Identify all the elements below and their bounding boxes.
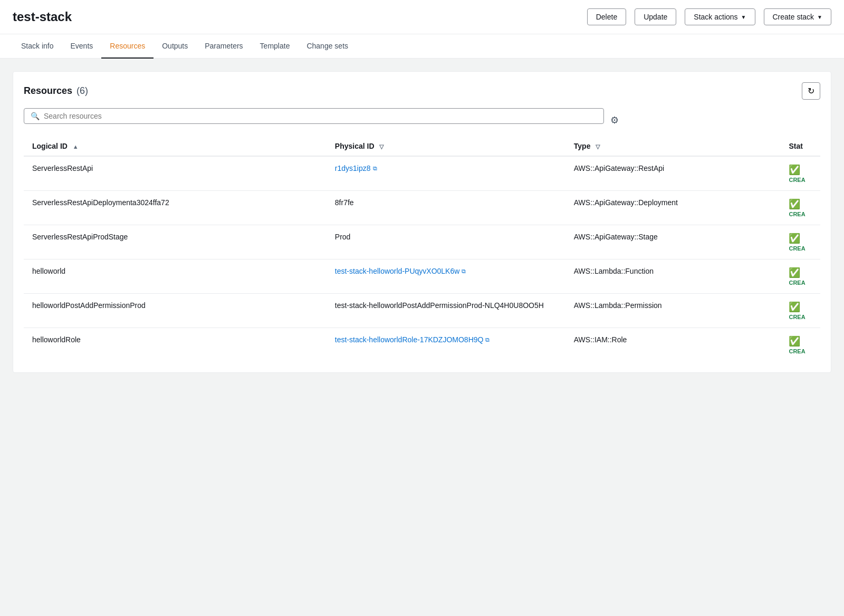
physical-id-cell: Prod — [327, 225, 565, 259]
search-icon: 🔍 — [31, 112, 40, 120]
logical-id-cell: helloworld — [24, 259, 327, 294]
type-cell: AWS::ApiGateway::Deployment — [565, 191, 781, 225]
type-cell: AWS::IAM::Role — [565, 328, 781, 362]
type-cell: AWS::Lambda::Function — [565, 259, 781, 294]
resources-table: Logical ID ▲ Physical ID ▽ Type ▽ Stat — [24, 137, 820, 362]
status-check-icon: ✅ — [789, 335, 800, 347]
table-row: helloworldRoletest-stack-helloworldRole-… — [24, 328, 820, 362]
status-check-icon: ✅ — [789, 233, 800, 244]
physical-id-cell: r1dys1ipz8⧉ — [327, 156, 565, 191]
status-cell: ✅ CREA — [780, 191, 820, 225]
table-header-row: Logical ID ▲ Physical ID ▽ Type ▽ Stat — [24, 137, 820, 156]
delete-button[interactable]: Delete — [587, 8, 626, 25]
type-cell: AWS::ApiGateway::Stage — [565, 225, 781, 259]
logical-id-cell: helloworldRole — [24, 328, 327, 362]
status-check-icon: ✅ — [789, 164, 800, 176]
sort-asc-icon: ▲ — [73, 143, 79, 150]
col-header-type[interactable]: Type ▽ — [565, 137, 781, 156]
status-label: CREA — [789, 245, 805, 252]
status-cell: ✅ CREA — [780, 225, 820, 259]
tab-events[interactable]: Events — [62, 34, 101, 59]
physical-id-cell: test-stack-helloworldPostAddPermissionPr… — [327, 294, 565, 328]
tab-bar: Stack info Events Resources Outputs Para… — [0, 34, 844, 59]
logical-id-cell: ServerlessRestApi — [24, 156, 327, 191]
tab-change-sets[interactable]: Change sets — [298, 34, 357, 59]
physical-id-cell: test-stack-helloworld-PUqyvXO0LK6w⧉ — [327, 259, 565, 294]
stack-title: test-stack — [13, 9, 72, 24]
physical-id-cell: 8fr7fe — [327, 191, 565, 225]
table-row: ServerlessRestApiProdStageProdAWS::ApiGa… — [24, 225, 820, 259]
status-label: CREA — [789, 348, 805, 354]
refresh-button[interactable]: ↻ — [802, 82, 820, 100]
main-content: Resources (6) ↻ 🔍 ⚙ Logical ID ▲ — [0, 59, 844, 386]
tab-outputs[interactable]: Outputs — [154, 34, 196, 59]
tab-resources[interactable]: Resources — [101, 34, 154, 59]
search-bar: 🔍 — [24, 108, 604, 124]
table-row: ServerlessRestApiDeploymenta3024ffa728fr… — [24, 191, 820, 225]
tab-template[interactable]: Template — [252, 34, 299, 59]
status-cell: ✅ CREA — [780, 294, 820, 328]
table-row: helloworldPostAddPermissionProdtest-stac… — [24, 294, 820, 328]
status-label: CREA — [789, 280, 805, 286]
status-check-icon: ✅ — [789, 267, 800, 278]
settings-button[interactable]: ⚙ — [610, 114, 619, 126]
col-header-physical-id[interactable]: Physical ID ▽ — [327, 137, 565, 156]
status-check-icon: ✅ — [789, 198, 800, 210]
logical-id-cell: helloworldPostAddPermissionProd — [24, 294, 327, 328]
page-header: test-stack Delete Update Stack actions ▼… — [0, 0, 844, 34]
search-input[interactable] — [44, 112, 597, 120]
sort-icon: ▽ — [379, 143, 383, 150]
tab-stack-info[interactable]: Stack info — [13, 34, 62, 59]
external-link-icon: ⧉ — [462, 268, 466, 275]
physical-id-link[interactable]: r1dys1ipz8⧉ — [335, 164, 377, 172]
resources-card: Resources (6) ↻ 🔍 ⚙ Logical ID ▲ — [13, 71, 831, 373]
logical-id-cell: ServerlessRestApiProdStage — [24, 225, 327, 259]
status-check-icon: ✅ — [789, 301, 800, 313]
stack-actions-button[interactable]: Stack actions ▼ — [685, 8, 755, 25]
status-cell: ✅ CREA — [780, 328, 820, 362]
col-header-status[interactable]: Stat — [780, 137, 820, 156]
chevron-down-icon: ▼ — [741, 14, 746, 20]
resources-header: Resources (6) ↻ — [24, 82, 820, 100]
physical-id-cell: test-stack-helloworldRole-17KDZJOMO8H9Q⧉ — [327, 328, 565, 362]
table-row: ServerlessRestApir1dys1ipz8⧉AWS::ApiGate… — [24, 156, 820, 191]
col-header-logical-id[interactable]: Logical ID ▲ — [24, 137, 327, 156]
status-label: CREA — [789, 314, 805, 320]
chevron-down-icon: ▼ — [817, 14, 822, 20]
type-cell: AWS::ApiGateway::RestApi — [565, 156, 781, 191]
table-row: helloworldtest-stack-helloworld-PUqyvXO0… — [24, 259, 820, 294]
type-cell: AWS::Lambda::Permission — [565, 294, 781, 328]
physical-id-link[interactable]: test-stack-helloworldRole-17KDZJOMO8H9Q⧉ — [335, 335, 490, 344]
status-cell: ✅ CREA — [780, 156, 820, 191]
external-link-icon: ⧉ — [485, 336, 490, 343]
sort-icon: ▽ — [596, 143, 600, 150]
external-link-icon: ⧉ — [373, 165, 377, 172]
update-button[interactable]: Update — [635, 8, 676, 25]
resources-title: Resources (6) — [24, 85, 88, 97]
physical-id-link[interactable]: test-stack-helloworld-PUqyvXO0LK6w⧉ — [335, 267, 466, 275]
status-label: CREA — [789, 177, 805, 183]
create-stack-button[interactable]: Create stack ▼ — [764, 8, 832, 25]
status-cell: ✅ CREA — [780, 259, 820, 294]
status-label: CREA — [789, 211, 805, 217]
tab-parameters[interactable]: Parameters — [196, 34, 251, 59]
logical-id-cell: ServerlessRestApiDeploymenta3024ffa72 — [24, 191, 327, 225]
